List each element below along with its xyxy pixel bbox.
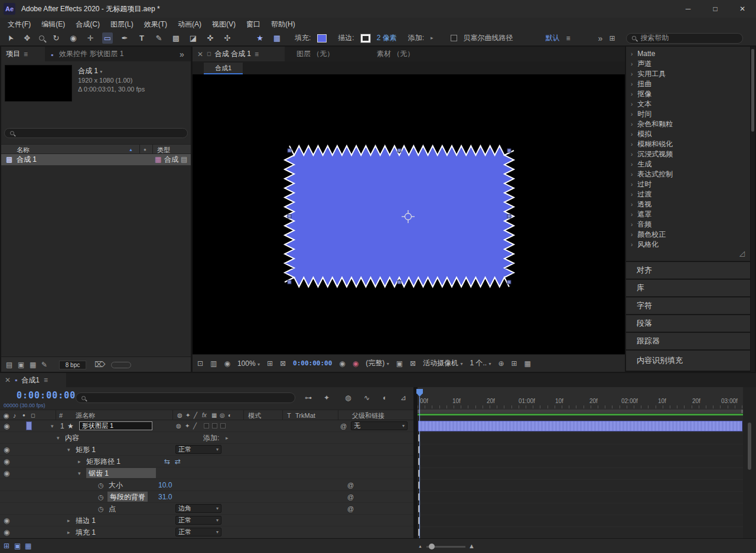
fx-category[interactable]: ›遮罩 [626, 210, 750, 220]
fx-category[interactable]: ›沉浸式视频 [626, 149, 750, 159]
fx-category[interactable]: ›扭曲 [626, 79, 750, 89]
add-shape-label[interactable]: 添加: [203, 432, 219, 444]
panel-menu-icon[interactable]: ≡ [44, 377, 48, 384]
stopwatch-icon[interactable]: ◷ [98, 491, 104, 503]
transparency-grid-icon[interactable]: ⊠ [410, 360, 416, 367]
clone-stamp-tool-icon[interactable]: ▩ [171, 34, 181, 42]
fx-category[interactable]: ›颜色校正 [626, 230, 750, 240]
flowchart-icon[interactable]: ▦ [524, 360, 531, 367]
comp-flyout-icon[interactable]: ▾ [100, 70, 102, 74]
timeline-group-row[interactable]: ◉ ▾ 矩形 1 正常 ▾ [0, 444, 413, 456]
menu-window[interactable]: 窗口 [241, 18, 266, 31]
parent-link-column-label[interactable]: 父级和链接 [352, 410, 384, 421]
zigzag-shape-path[interactable] [285, 146, 514, 287]
eye-icon[interactable]: ◉ [4, 467, 9, 479]
timeline-fill-row[interactable]: ◉ ▸ 填充 1 正常 ▾ [0, 526, 413, 538]
eye-icon[interactable]: ◉ [4, 515, 9, 526]
item-name[interactable]: 合成 1 [17, 154, 37, 166]
hand-tool-icon[interactable]: ✥ [22, 34, 32, 42]
composition-canvas[interactable] [193, 74, 625, 354]
expand-layer-switches-icon[interactable]: ⊞ [4, 539, 9, 551]
eye-icon[interactable]: ◉ [4, 420, 9, 432]
selection-handle[interactable] [507, 149, 511, 152]
fill-label[interactable]: 填充: [295, 33, 311, 43]
create-mask-icon[interactable]: ▦ [272, 34, 282, 42]
eye-icon[interactable]: ◉ [4, 444, 9, 456]
current-time-display[interactable]: 0:00:00:00 [17, 390, 76, 401]
help-search-field[interactable]: 搜索帮助 [626, 33, 743, 44]
new-composition-icon[interactable]: ▦ [30, 357, 36, 369]
fx-category[interactable]: ›Matte [626, 49, 750, 59]
pickwhip-icon[interactable]: @ [340, 420, 347, 432]
switch-checkbox[interactable] [212, 423, 217, 428]
fast-previews-icon[interactable]: ▣ [396, 360, 403, 367]
viewer-current-time[interactable]: 0:00:00:00 [293, 359, 332, 367]
bezier-path-checkbox[interactable] [451, 35, 457, 41]
close-icon[interactable]: ✕ [5, 377, 11, 384]
timeline-column-header[interactable]: ◉ ♪ ● ◻ # 源名称 ◍ ✦ ╱ fx ▦ ◎ ◐ 模式 T TrkMat… [0, 410, 413, 420]
tab-composition-viewer[interactable]: ✕ ◻ 合成 合成 1 ≡ [193, 47, 285, 61]
path-direction-icon[interactable]: ⇄ [175, 456, 181, 467]
bit-depth-button[interactable]: 8 bpc [59, 361, 86, 369]
tab-project[interactable]: 项目 ≡ [1, 47, 45, 61]
expand-inout-panes-icon[interactable]: ▦ [25, 539, 31, 551]
lock-icon[interactable]: ◻ [207, 51, 211, 57]
draft-3d-icon[interactable]: ✦ [324, 394, 330, 401]
panel-menu-icon[interactable]: ≡ [24, 51, 28, 58]
timeline-stroke-row[interactable]: ◉ ▸ 描边 1 正常 ▾ [0, 515, 413, 526]
overflow-icon[interactable]: » [598, 34, 603, 42]
switch-checkbox[interactable] [220, 423, 226, 428]
eye-icon[interactable]: ◉ [4, 456, 9, 467]
zigzag-label[interactable]: 锯齿 1 [89, 467, 109, 479]
property-label[interactable]: 大小 [109, 479, 123, 491]
fx-category[interactable]: ›文本 [626, 99, 750, 109]
fill-color-swatch[interactable] [317, 34, 327, 42]
menu-animation[interactable]: 动画(A) [172, 18, 207, 31]
expander-icon[interactable]: ▾ [51, 420, 54, 432]
vertical-scrollbar-thumb[interactable] [748, 423, 751, 470]
eye-icon[interactable]: ◉ [4, 526, 9, 538]
graph-editor-icon[interactable]: ⊿ [400, 394, 406, 401]
thumbnail-slider[interactable] [111, 362, 131, 368]
zoom-in-mountain-icon[interactable]: ▲ [468, 539, 475, 551]
selection-handle[interactable] [288, 215, 291, 218]
selection-handle[interactable] [288, 149, 291, 152]
expander-icon[interactable]: ▸ [67, 515, 70, 526]
add-options-icon[interactable]: ▸ [431, 35, 434, 41]
comp-mini-tab[interactable]: 合成1 [204, 63, 243, 74]
add-label[interactable]: 添加: [408, 33, 424, 43]
timeline-ridges-row[interactable]: ◷ 每段的背脊 31.0 @ [0, 491, 413, 503]
type-tool-icon[interactable]: T [136, 34, 147, 42]
panel-menu-icon[interactable]: ≡ [255, 51, 259, 58]
expand-transfer-controls-icon[interactable]: ▣ [14, 539, 21, 551]
expander-icon[interactable]: ▾ [67, 444, 70, 456]
pickwhip-icon[interactable]: @ [347, 503, 354, 515]
panel-align[interactable]: 对齐 [626, 262, 750, 279]
stopwatch-icon[interactable]: ◷ [98, 503, 104, 515]
eraser-tool-icon[interactable]: ◪ [188, 34, 198, 42]
frame-blending-icon[interactable]: ∿ [364, 394, 370, 401]
stroke-label[interactable]: 描边: [338, 33, 354, 43]
property-label[interactable]: 点 [109, 503, 116, 515]
region-of-interest-icon[interactable]: ⊠ [280, 360, 286, 367]
magnification-grid-icon[interactable]: ▥ [210, 360, 217, 367]
panel-content-aware-fill[interactable]: 内容识别填充 [626, 351, 750, 371]
selection-handle[interactable] [507, 215, 511, 218]
layer-color-chip[interactable] [26, 421, 32, 430]
menu-view[interactable]: 视图(V) [207, 18, 241, 31]
reverse-path-icon[interactable]: ⇆ [164, 456, 170, 467]
camera-dropdown[interactable]: 活动摄像机 ▾ [423, 358, 462, 368]
timeline-layer-row[interactable]: ◉ ▾ 1 ★ 形状图层 1 ◍ ✦ ╱ @ 无 ▾ [0, 420, 413, 432]
maximize-button[interactable]: □ [702, 0, 729, 18]
parent-dropdown[interactable]: 无 ▾ [351, 421, 408, 430]
fx-category[interactable]: ›抠像 [626, 89, 750, 99]
camera-tool-icon[interactable]: ◉ [68, 34, 79, 42]
fx-category[interactable]: ›实用工具 [626, 69, 750, 79]
comp-thumbnail[interactable] [5, 65, 72, 102]
collapse-switch-icon[interactable]: ✦ [185, 420, 190, 432]
brush-tool-icon[interactable]: ✎ [154, 34, 164, 42]
shape-tool-icon[interactable]: ▭ [102, 32, 113, 44]
stroke-width-value[interactable]: 2 像素 [377, 33, 397, 43]
mode-column-label[interactable]: 模式 [248, 410, 261, 421]
expander-icon[interactable]: ▾ [57, 432, 60, 444]
